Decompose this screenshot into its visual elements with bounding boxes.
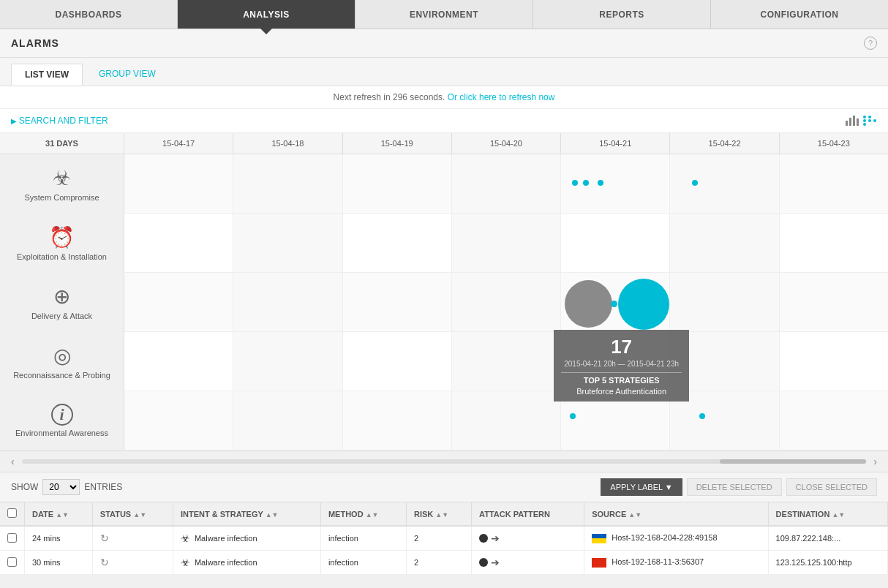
grid-chart-icon[interactable] [862,115,877,127]
row-text-exploitation: Exploitation & Installation [17,252,107,261]
grid-header-days: 31 DAYS [0,133,124,154]
tab-group-view[interactable]: GROUP VIEW [86,64,169,86]
tooltip-date: 2015-04-21 20h — 2015-04-21 23h [561,360,682,368]
svg-point-4 [863,116,866,118]
col-header-risk[interactable]: RISK ▲▼ [406,502,471,526]
scroll-right-arrow[interactable]: › [873,456,877,467]
col-header-intent[interactable]: INTENT & STRATEGY ▲▼ [173,502,320,526]
dot-medium-teal[interactable] [611,301,617,307]
row-cells-environmental [124,391,888,450]
show-entries-control: SHOW 20 50 100 ENTRIES [11,479,122,495]
dot-sc-4a[interactable] [572,180,578,186]
cell-ea-6 [780,391,888,450]
row-text-environmental: Environmental Awareness [15,429,108,437]
dot-ea-5a[interactable] [699,413,705,419]
scroll-thumb[interactable] [720,459,866,464]
row-cells-system-compromise [124,154,888,213]
row2-date: 30 mins [25,551,93,575]
nav-dashboards[interactable]: DASHBOARDS [0,0,178,29]
cell-ex-3 [452,214,561,272]
biohazard-icon: ☣ [53,166,71,190]
cell-da-0 [124,273,233,331]
row1-biohazard-icon: ☣ [181,532,190,544]
cell-sc-6 [780,154,888,213]
cell-rp-3 [452,332,561,391]
col-header-source[interactable]: SOURCE ▲▼ [584,502,768,526]
top-navigation: DASHBOARDS ANALYSIS ENVIRONMENT REPORTS … [0,0,888,29]
row1-source: Host-192-168-204-228:49158 [584,526,768,551]
view-tabs: LIST VIEW GROUP VIEW [0,58,888,86]
cell-ex-6 [780,214,888,272]
help-icon[interactable]: ? [864,37,877,50]
refresh-link[interactable]: Or click here to refresh now [448,92,555,102]
row1-dot-icon [479,534,488,543]
page-header: ALARMS ? [0,29,888,58]
nav-environment[interactable]: ENVIRONMENT [355,0,533,29]
cell-sc-3 [452,154,561,213]
grid-header-date-4: 15-04-21 [561,133,670,154]
nav-analysis[interactable]: ANALYSIS [178,0,355,29]
target-icon: ⊕ [53,284,70,309]
cell-sc-2 [343,154,452,213]
row2-source-text: Host-192-168-11-3:56307 [612,557,704,566]
scrollbar-area: ‹ › [0,451,888,472]
recon-icon: ◎ [53,344,71,368]
tab-list-view[interactable]: LIST VIEW [11,64,83,86]
sort-arrows-dest: ▲▼ [832,511,845,519]
cell-ex-2 [343,214,452,272]
row1-intent-text: Malware infection [195,534,257,543]
dot-sc-4c[interactable] [598,180,603,186]
nav-configuration[interactable]: CONFIGURATION [711,0,888,29]
row1-flag-ua [592,534,606,543]
col-header-date[interactable]: DATE ▲▼ [25,502,93,526]
sort-arrows-date: ▲▼ [56,511,69,519]
entries-select[interactable]: 20 50 100 [42,479,80,495]
dot-large-gray[interactable] [565,280,612,328]
nav-reports[interactable]: REPORTS [533,0,711,29]
row2-source: Host-192-168-11-3:56307 [584,551,768,575]
col-header-destination[interactable]: DESTINATION ▲▼ [768,502,887,526]
row2-checkbox-input[interactable] [7,557,17,567]
row2-status-icon[interactable]: ↻ [100,557,109,568]
col-header-attack-pattern: ATTACK PATTERN [472,502,584,526]
row1-attack-pattern-content: ➔ [479,532,576,544]
grid-row-delivery: ⊕ Delivery & Attack 17 2015-04-21 20h — … [0,273,888,332]
grid-row-recon: ◎ Reconnaissance & Probing [0,332,888,391]
apply-label-button[interactable]: APPLY LABEL ▼ [601,478,682,496]
sort-arrows-intent: ▲▼ [266,511,279,519]
cell-ea-0 [124,391,233,450]
row-label-system-compromise: ☣ System Compromise [0,154,124,213]
dot-ea-4a[interactable] [570,413,576,419]
dot-sc-4b[interactable] [583,180,589,186]
cell-ex-1 [233,214,342,272]
row2-biohazard-icon: ☣ [181,557,190,568]
col-header-status[interactable]: STATUS ▲▼ [92,502,173,526]
close-selected-button[interactable]: CLOSE SELECTED [786,478,877,496]
cell-ex-5 [670,214,779,272]
delete-selected-button[interactable]: DELETE SELECTED [687,478,782,496]
col-header-method[interactable]: METHOD ▲▼ [320,502,406,526]
alarms-table: DATE ▲▼ STATUS ▲▼ INTENT & STRATEGY ▲▼ M… [0,502,888,575]
bar-chart-icon[interactable] [845,115,859,127]
svg-point-8 [868,119,871,122]
scroll-track[interactable] [22,459,867,464]
row-cells-exploitation [124,214,888,272]
row2-arrow-icon: ➔ [491,557,500,568]
row2-dot-icon [479,558,488,567]
dot-large-teal[interactable] [618,279,669,330]
select-all-checkbox[interactable] [7,508,17,518]
search-filter-toggle[interactable]: SEARCH AND FILTER [11,116,108,126]
svg-rect-2 [853,116,855,126]
row1-checkbox-input[interactable] [7,533,17,543]
grid-header-date-1: 15-04-18 [233,133,342,154]
sort-arrows-risk: ▲▼ [435,511,448,519]
row1-intent-content: ☣ Malware infection [181,532,313,544]
dot-sc-5a[interactable] [692,180,698,186]
chart-type-icons [845,115,877,127]
col-header-checkbox [0,502,25,526]
cell-ea-1 [233,391,342,450]
row1-status-icon[interactable]: ↻ [100,532,109,544]
row2-checkbox [0,551,25,575]
grid-header-date-3: 15-04-20 [452,133,561,154]
scroll-left-arrow[interactable]: ‹ [11,456,15,467]
